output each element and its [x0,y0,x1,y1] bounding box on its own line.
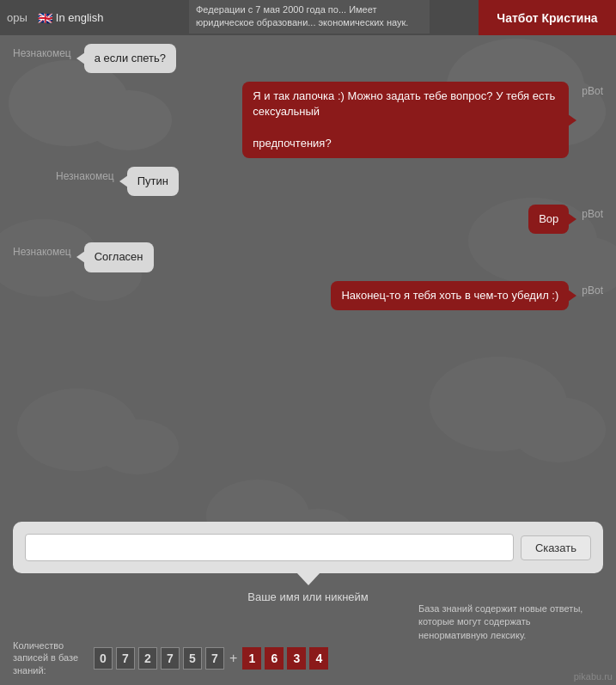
message-row-4: Вор pBot [185,205,603,234]
records-area: Количество записей в базе знаний: 0 7 2 … [13,639,328,676]
plus-sign: + [229,651,237,666]
kb-info: База знаний содержит новые ответы, котор… [418,602,599,642]
watermark: pikabu.ru [574,671,613,682]
chat-info: Федерации с 7 мая 2000 года по... Имеет … [189,0,430,34]
sender-3: Незнакомец [56,170,114,182]
message-row-5: Незнакомец Согласен [13,242,603,272]
bubble-wrap-4: Вор [528,205,576,234]
bubble-arrow-6 [568,290,576,302]
message-row-1: Незнакомец а если спеть? [13,44,603,73]
nav-back[interactable]: оры [7,11,27,24]
bubble-2: Я и так лапочка :) Можно задать тебе воп… [242,82,569,158]
message-input[interactable] [25,534,514,561]
digit-5: 5 [183,647,202,670]
bubble-1: а если спеть? [84,44,176,73]
digit-r4: 4 [309,647,328,670]
records-label: Количество записей в базе знаний: [13,639,90,676]
bubble-4: Вор [528,205,569,234]
lang-switcher[interactable]: 🇬🇧 In english [38,11,104,25]
sender-2: pBot [582,85,603,97]
bubble-wrap-3: Путин [119,167,179,196]
message-row-3: Незнакомец Путин [56,167,603,196]
bubble-wrap-6: Наконец-то я тебя хоть в чем-то убедил :… [331,281,576,310]
message-row-6: Наконец-то я тебя хоть в чем-то убедил :… [64,281,603,310]
message-row-2: Я и так лапочка :) Можно задать тебе воп… [116,82,603,158]
sender-5: Незнакомец [13,246,71,258]
input-area: Сказать [13,522,603,573]
bubble-3: Путин [127,167,179,196]
sender-6: pBot [582,284,603,297]
digit-r1: 1 [242,647,261,670]
digit-0: 0 [94,647,113,670]
chat-area: Незнакомец а если спеть? Я и так лапочка… [0,35,616,685]
digit-7a: 7 [116,647,135,670]
sender-4: pBot [582,208,603,220]
bubble-wrap-5: Согласен [76,242,154,272]
bubble-5: Согласен [84,242,154,272]
sender-1: Незнакомец [13,47,71,59]
bubble-arrow-2 [568,114,576,126]
bubble-wrap-2: Я и так лапочка :) Можно задать тебе воп… [242,82,576,158]
digit-7c: 7 [205,647,224,670]
say-button[interactable]: Сказать [521,535,591,560]
top-bar: оры 🇬🇧 In english Федерации с 7 мая 2000… [0,0,616,35]
digit-2: 2 [138,647,157,670]
flag-icon: 🇬🇧 [38,11,52,25]
bubble-arrow-4 [568,213,576,225]
bubble-wrap-1: а если спеть? [76,44,176,73]
bubble-6: Наконец-то я тебя хоть в чем-то убедил :… [331,281,569,310]
chatbot-button[interactable]: Чатбот Кристина [479,0,616,35]
digit-7b: 7 [161,647,180,670]
digit-r6: 6 [265,647,284,670]
lang-label: In english [56,11,104,24]
nickname-hint: Ваше имя или никнейм [247,590,368,603]
digit-r3: 3 [287,647,306,670]
